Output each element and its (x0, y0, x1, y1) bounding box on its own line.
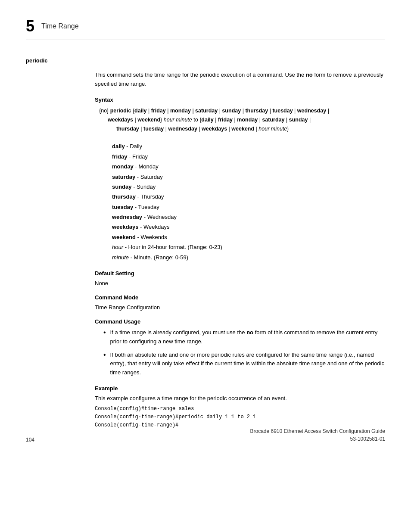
footer-page-num: 104 (26, 437, 34, 443)
content-area: This command sets the time range for the… (95, 71, 385, 430)
param-name-saturday: saturday (112, 174, 135, 180)
param-name-weekend: weekend (112, 234, 136, 240)
command-mode-value: Time Range Configuration (95, 304, 385, 311)
code-block: Console(config)#time-range sales Console… (95, 405, 385, 430)
footer-title-line1: Brocade 6910 Ethernet Access Switch Conf… (250, 427, 385, 435)
param-monday: monday - Monday (112, 162, 385, 171)
syntax-block: {no} periodic {daily | friday | monday |… (99, 106, 385, 134)
code-line-2: Console(config-time-range)#periodic dail… (95, 413, 385, 421)
page-footer: 104 Brocade 6910 Ethernet Access Switch … (26, 427, 385, 443)
param-name-thursday: thursday (112, 193, 136, 200)
default-value: None (95, 280, 385, 286)
param-minute: minute - Minute. (Range: 0-59) (112, 252, 385, 262)
param-saturday: saturday - Saturday (112, 172, 385, 182)
bullet-text-2: If both an absolute rule and one or more… (110, 351, 385, 377)
bullet-dot-1: • (103, 329, 106, 336)
bullet-text-1: If a time range is already configured, y… (110, 328, 385, 346)
chapter-title: Time Range (41, 22, 79, 30)
default-heading: Default Setting (95, 270, 385, 277)
param-sunday: sunday - Sunday (112, 182, 385, 192)
code-line-1: Console(config)#time-range sales (95, 405, 385, 413)
example-heading: Example (95, 385, 385, 392)
page: 5 Time Range periodic This command sets … (0, 0, 411, 456)
bullet-item-1: • If a time range is already configured,… (103, 328, 385, 346)
footer-right: Brocade 6910 Ethernet Access Switch Conf… (250, 427, 385, 443)
param-name-daily: daily (112, 143, 125, 149)
param-name-monday: monday (112, 163, 134, 170)
param-weekend: weekend - Weekends (112, 232, 385, 242)
param-name-sunday: sunday (112, 184, 132, 190)
param-name-minute: minute (112, 254, 129, 261)
param-wednesday: wednesday - Wednesday (112, 212, 385, 222)
param-daily: daily - Daily (112, 141, 385, 151)
syntax-heading: Syntax (95, 96, 385, 103)
bullet-list: • If a time range is already configured,… (103, 328, 385, 377)
example-description: This example configures a time range for… (95, 395, 385, 401)
param-thursday: thursday - Thursday (112, 192, 385, 202)
param-name-wednesday: wednesday (112, 214, 142, 220)
page-header: 5 Time Range (26, 17, 385, 40)
param-name-tuesday: tuesday (112, 204, 133, 210)
param-hour: hour - Hour in 24-hour format. (Range: 0… (112, 242, 385, 252)
bullet-dot-2: • (103, 352, 106, 358)
syntax-line1: {no} periodic {daily | friday | monday |… (99, 106, 385, 115)
footer-title-line2: 53-1002581-01 (250, 435, 385, 443)
bullet-item-2: • If both an absolute rule and one or mo… (103, 351, 385, 377)
section-label: periodic (26, 57, 385, 64)
section-description: This command sets the time range for the… (95, 71, 385, 89)
param-tuesday: tuesday - Tuesday (112, 202, 385, 212)
command-usage-heading: Command Usage (95, 318, 385, 325)
syntax-line2: weekdays | weekend} hour minute to {dail… (108, 115, 385, 124)
param-name-hour: hour (112, 244, 123, 250)
syntax-line3: thursday | tuesday | wednesday | weekday… (116, 124, 385, 134)
chapter-number: 5 (26, 17, 34, 35)
param-weekdays: weekdays - Weekdays (112, 222, 385, 232)
command-mode-heading: Command Mode (95, 294, 385, 301)
param-friday: friday - Friday (112, 152, 385, 162)
param-name-weekdays: weekdays (112, 224, 138, 230)
param-name-friday: friday (112, 153, 127, 160)
param-list: daily - Daily friday - Friday monday - M… (112, 141, 385, 262)
